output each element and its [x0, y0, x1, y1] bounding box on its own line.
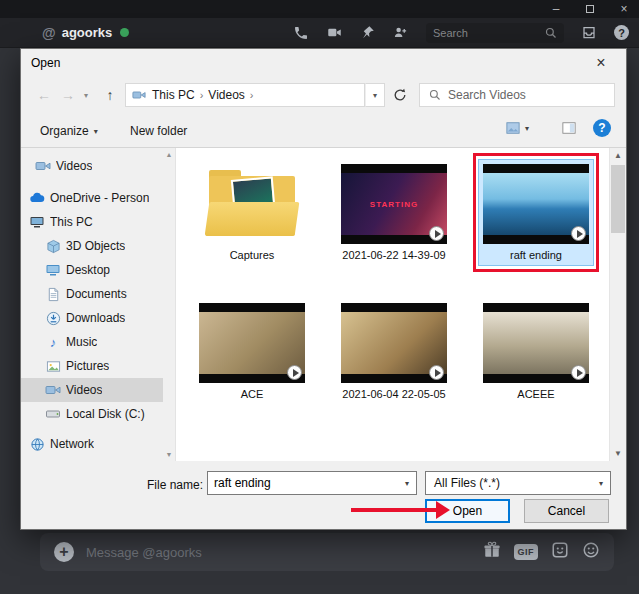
file-item-aceee[interactable]: ACEEE — [468, 299, 604, 404]
scroll-down-icon[interactable]: ▼ — [614, 449, 622, 458]
attach-plus-icon[interactable]: + — [54, 542, 74, 562]
search-videos-input[interactable]: Search Videos — [419, 83, 615, 107]
download-icon — [45, 310, 61, 326]
sidebar-item-label: Network — [50, 437, 94, 451]
preview-pane-icon[interactable] — [561, 121, 577, 138]
file-name: ACEEE — [517, 387, 554, 401]
videos-icon — [45, 382, 61, 398]
sidebar-item-this-pc[interactable]: This PC — [21, 210, 163, 234]
video-thumbnail — [341, 303, 447, 383]
sidebar-item-label: Videos — [66, 383, 102, 397]
new-folder-button[interactable]: New folder — [125, 119, 192, 143]
video-call-icon[interactable] — [326, 25, 343, 40]
video-thumbnail — [483, 164, 589, 244]
scroll-up-icon[interactable]: ▲ — [614, 151, 622, 160]
sidebar-item-documents[interactable]: Documents — [21, 282, 163, 306]
breadcrumb: This PC › Videos › — [125, 83, 365, 107]
inbox-icon[interactable] — [581, 25, 597, 40]
forward-button[interactable]: → — [57, 85, 79, 105]
breadcrumb-this-pc[interactable]: This PC — [152, 88, 195, 102]
minimize-icon[interactable]: – — [549, 2, 563, 16]
cancel-button[interactable]: Cancel — [524, 499, 609, 523]
dialog-help-icon[interactable]: ? — [593, 119, 611, 137]
search-icon — [429, 89, 441, 101]
discord-message-bar[interactable]: + Message @agoorks GIF — [40, 533, 614, 571]
file-type-value: All Files (*.*) — [434, 476, 500, 490]
refresh-icon[interactable] — [389, 85, 411, 105]
breadcrumb-separator-icon: › — [200, 89, 204, 101]
play-icon — [571, 226, 586, 241]
file-list-scrollbar[interactable]: ▲ ▼ — [609, 148, 626, 461]
close-window-icon[interactable]: × — [617, 2, 631, 16]
play-icon — [571, 365, 586, 380]
sidebar-scrollbar[interactable]: ▲ ▼ — [163, 148, 175, 461]
file-item-ace[interactable]: ACE — [184, 299, 320, 404]
pin-icon[interactable] — [360, 25, 375, 40]
open-button[interactable]: Open — [425, 499, 510, 523]
file-name: 2021-06-22 14-39-09 — [342, 248, 445, 262]
gift-icon[interactable] — [483, 541, 501, 563]
file-item-2021-06-22[interactable]: STARTING 2021-06-22 14-39-09 — [326, 160, 462, 265]
discord-search-input[interactable]: Search — [426, 23, 564, 43]
sidebar-item-videos[interactable]: Videos — [21, 378, 163, 402]
maximize-icon[interactable] — [583, 2, 597, 16]
emoji-icon[interactable] — [582, 541, 600, 563]
scroll-up-icon[interactable]: ▲ — [166, 151, 173, 158]
discord-titlebar: – × — [0, 0, 639, 18]
sidebar-item-label: Downloads — [66, 311, 125, 325]
discord-search-placeholder: Search — [433, 27, 468, 39]
recent-locations-chevron-icon[interactable]: ▾ — [79, 87, 93, 103]
computer-icon — [29, 214, 45, 230]
dialog-close-icon[interactable]: × — [586, 52, 616, 74]
message-input[interactable]: Message @agoorks — [86, 545, 471, 560]
sidebar-item-desktop[interactable]: Desktop — [21, 258, 163, 282]
dialog-title: Open — [31, 56, 60, 70]
file-name-combobox: ▾ — [207, 471, 417, 495]
add-friend-icon[interactable] — [392, 25, 409, 40]
address-dropdown-icon[interactable]: ▾ — [365, 83, 385, 107]
file-item-captures[interactable]: Captures — [184, 160, 320, 265]
scroll-down-icon[interactable]: ▼ — [166, 451, 173, 458]
file-item-2021-06-04[interactable]: 2021-06-04 22-05-05 — [326, 299, 462, 404]
discord-channel-header: @ agoorks Search ? — [0, 18, 639, 48]
sidebar-item-3d-objects[interactable]: 3D Objects — [21, 234, 163, 258]
file-item-raft-ending[interactable]: raft ending — [468, 160, 604, 265]
voice-call-icon[interactable] — [293, 25, 309, 41]
cancel-button-label: Cancel — [548, 504, 585, 518]
sidebar-item-music[interactable]: ♪ Music — [21, 330, 163, 354]
file-name-input[interactable] — [208, 473, 398, 493]
navigation-pane: Videos OneDrive - Person This PC 3D Obje… — [21, 148, 163, 461]
video-thumbnail — [199, 303, 305, 383]
gif-icon[interactable]: GIF — [514, 544, 539, 560]
open-dialog: Open × ← → ▾ ↑ This PC › Videos › ▾ Sear… — [20, 48, 627, 530]
sticker-icon[interactable] — [551, 541, 569, 563]
search-icon — [545, 27, 557, 39]
file-name: raft ending — [510, 248, 562, 262]
chevron-down-icon[interactable]: ▾ — [398, 472, 416, 494]
up-button[interactable]: ↑ — [99, 85, 121, 105]
sidebar-item-downloads[interactable]: Downloads — [21, 306, 163, 330]
file-type-dropdown[interactable]: All Files (*.*) ▾ — [425, 471, 611, 495]
sidebar-item-onedrive[interactable]: OneDrive - Person — [21, 186, 163, 210]
file-name-label: File name: — [109, 473, 203, 497]
play-icon — [429, 226, 444, 241]
sidebar-item-label: Local Disk (C:) — [66, 407, 145, 421]
scrollbar-thumb[interactable] — [611, 165, 625, 233]
sidebar-item-network[interactable]: Network — [21, 432, 163, 456]
sidebar-item-pictures[interactable]: Pictures — [21, 354, 163, 378]
change-view-button[interactable]: ▾ — [505, 121, 529, 135]
sidebar-item-local-disk[interactable]: Local Disk (C:) — [21, 402, 163, 426]
thumbnail-view-icon — [505, 121, 521, 135]
sidebar-item-label: Music — [66, 335, 97, 349]
sidebar-item-label: Desktop — [66, 263, 110, 277]
at-icon: @ — [42, 25, 56, 41]
breadcrumb-videos[interactable]: Videos — [208, 88, 244, 102]
back-button[interactable]: ← — [33, 85, 55, 105]
search-placeholder: Search Videos — [448, 88, 526, 102]
music-note-icon: ♪ — [45, 334, 61, 350]
organize-button[interactable]: Organize ▾ — [35, 119, 103, 143]
help-icon[interactable]: ? — [614, 25, 629, 40]
thumbnail-text: STARTING — [370, 200, 418, 209]
dialog-titlebar: Open × — [21, 49, 626, 77]
sidebar-item-videos-quick[interactable]: Videos — [21, 154, 163, 178]
